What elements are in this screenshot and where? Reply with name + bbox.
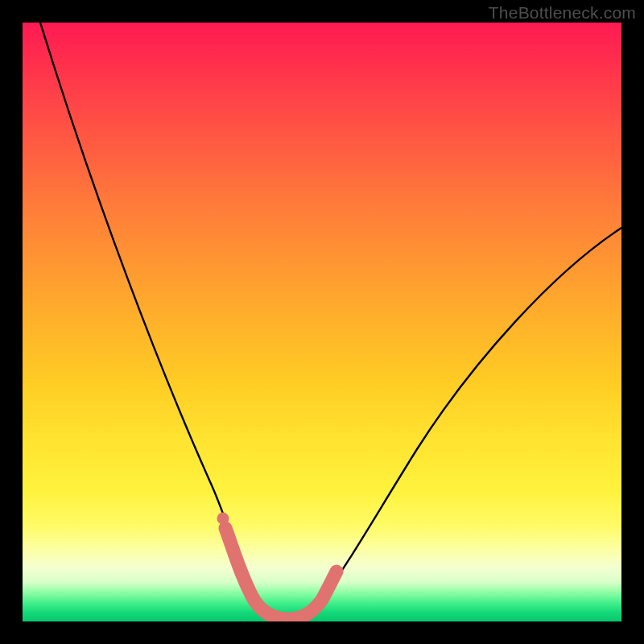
watermark-text: TheBottleneck.com: [489, 3, 636, 23]
chart-frame: TheBottleneck.com: [0, 0, 644, 644]
plot-area: [23, 23, 621, 621]
marker-dot: [224, 532, 236, 544]
marker-band: [225, 528, 336, 619]
bottleneck-curve: [40, 23, 621, 618]
marker-dot: [217, 513, 229, 525]
curve-layer: [23, 23, 621, 621]
